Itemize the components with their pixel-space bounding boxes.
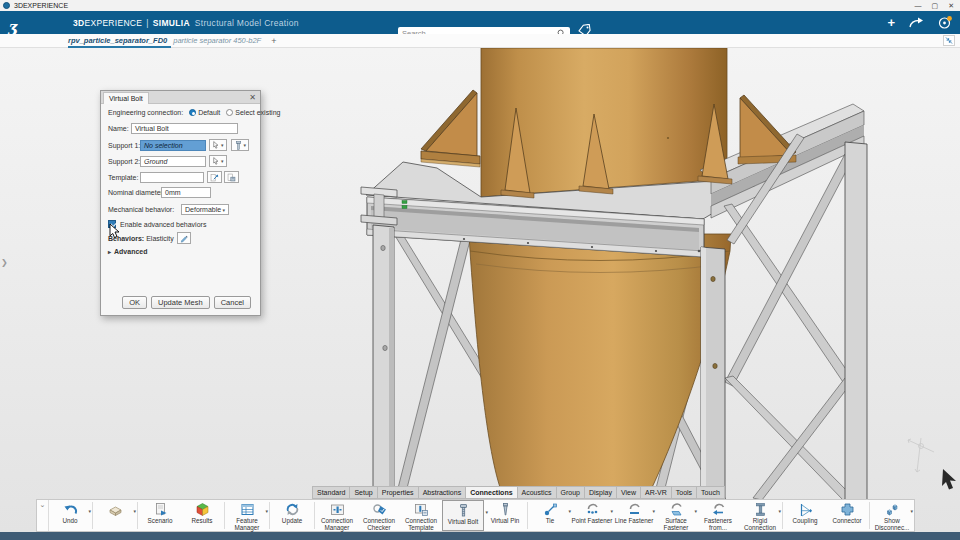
tab-standard[interactable]: Standard <box>312 486 350 499</box>
expand-panel-chevron[interactable]: ❯ <box>1 258 8 267</box>
part-icon <box>108 502 123 517</box>
tab-view[interactable]: View <box>617 486 641 499</box>
show-disconnections-button[interactable]: Show Disconnec... ▾ <box>871 500 913 531</box>
cursor-pick-icon <box>212 140 220 150</box>
line-fastener-icon <box>627 502 642 517</box>
action-bar: ⌄ Undo ▾ ▾ <box>36 499 915 532</box>
feature-manager-button[interactable]: Feature Manager ▾ <box>226 500 268 531</box>
connection-manager-button[interactable]: Connection Manager <box>316 500 358 531</box>
surface-fastener-button[interactable]: Surface Fastener ▾ <box>655 500 697 531</box>
virtual-pin-button[interactable]: Virtual Pin <box>484 500 526 531</box>
template-row: Template: <box>108 171 239 183</box>
virtual-pin-icon <box>498 502 513 517</box>
close-button[interactable]: ✕ <box>948 2 954 10</box>
ribbon-section-tabs: Standard Setup Properties Abstractions C… <box>312 486 725 499</box>
coupling-button[interactable]: Coupling <box>784 500 826 531</box>
template-open-button[interactable] <box>207 171 222 183</box>
connection-checker-icon <box>372 502 387 517</box>
ok-button[interactable]: OK <box>122 296 147 309</box>
add-app-icon[interactable]: + <box>887 15 895 30</box>
virtual-bolt-button[interactable]: Virtual Bolt ▾ <box>442 500 484 531</box>
tab-active-document[interactable]: rpv_particle_separator_FD0 <box>68 36 167 46</box>
dialog-close-icon[interactable]: ✕ <box>249 93 256 102</box>
virtual-bolt-dialog[interactable]: Virtual Bolt ✕ Engineering connection: D… <box>100 90 261 316</box>
dialog-title: Virtual Bolt <box>109 95 143 102</box>
support2-row: Support 2: Ground ▾ <box>108 155 227 167</box>
support2-pick-button[interactable]: ▾ <box>209 155 227 167</box>
separator-cone[interactable] <box>469 234 731 500</box>
fasteners-from-button[interactable]: Fasteners from... <box>697 500 739 531</box>
connection-manager-icon <box>330 502 345 517</box>
support1-field[interactable]: No selection <box>140 140 206 151</box>
tab-display[interactable]: Display <box>585 486 617 499</box>
connection-checker-button[interactable]: Connection Checker <box>358 500 400 531</box>
bottom-strip <box>0 532 960 540</box>
template-field[interactable] <box>140 172 204 183</box>
tab-ar-vr[interactable]: AR-VR <box>641 486 672 499</box>
fit-viewport-icon[interactable] <box>943 35 955 46</box>
name-field[interactable]: Virtual Bolt <box>131 123 238 134</box>
tab-setup[interactable]: Setup <box>350 486 377 499</box>
results-icon <box>195 502 210 517</box>
undo-button[interactable]: Undo ▾ <box>49 500 91 531</box>
scenario-button[interactable]: Scenario <box>139 500 181 531</box>
tab-acoustics[interactable]: Acoustics <box>518 486 557 499</box>
open-template-icon <box>210 172 219 183</box>
robot-compass-widget[interactable] <box>908 438 934 472</box>
update-mesh-button[interactable]: Update Mesh <box>151 296 210 309</box>
tab-touch[interactable]: Touch <box>697 486 725 499</box>
new-tab-button[interactable]: + <box>271 36 276 46</box>
3d-viewport[interactable]: ❯ <box>0 48 960 532</box>
advanced-expander[interactable]: ▸ Advanced <box>108 248 147 255</box>
connector-button[interactable]: Connector <box>826 500 868 531</box>
connection-marker-green <box>402 201 407 204</box>
tab-group[interactable]: Group <box>557 486 585 499</box>
tab-connections[interactable]: Connections <box>466 486 517 499</box>
cursor-pick-icon <box>212 156 220 166</box>
tab-properties[interactable]: Properties <box>378 486 419 499</box>
enable-advanced-row: Enable advanced behaviors <box>108 220 206 228</box>
template-save-button[interactable] <box>224 171 239 183</box>
scenario-icon <box>153 502 168 517</box>
point-fastener-icon <box>585 502 600 517</box>
help-compass-icon[interactable] <box>938 16 952 30</box>
name-row: Name: Virtual Bolt <box>108 123 238 134</box>
mechanical-behavior-select[interactable]: Deformable ▾ <box>181 204 229 215</box>
window-title: 3DEXPERIENCE <box>14 2 68 9</box>
app-title: 3DEXPERIENCE | SIMULIA Structural Model … <box>73 11 299 34</box>
app-header: Ʒ 3DEXPERIENCE | SIMULIA Structural Mode… <box>0 11 960 34</box>
point-fastener-button[interactable]: Point Fastener ▾ <box>571 500 613 531</box>
radio-select-existing[interactable] <box>226 109 233 116</box>
rigid-connection-button[interactable]: Rigid Connection ▾ <box>739 500 781 531</box>
pencil-icon <box>180 233 188 243</box>
support1-pick-button[interactable]: ▾ <box>209 139 227 151</box>
results-button[interactable]: Results <box>181 500 223 531</box>
support1-bolt-type-button[interactable]: ▾ <box>231 139 250 151</box>
tab-document-description[interactable]: particle separator 450-b2F <box>173 36 261 45</box>
tab-abstractions[interactable]: Abstractions <box>419 486 467 499</box>
dialog-titlebar[interactable]: Virtual Bolt ✕ <box>101 91 260 104</box>
feature-manager-icon <box>240 502 255 517</box>
tab-tools[interactable]: Tools <box>672 486 697 499</box>
nominal-diameter-row: Nominal diameter: 0mm <box>108 187 211 198</box>
edit-behaviors-button[interactable] <box>177 232 191 244</box>
update-button[interactable]: Update <box>271 500 313 531</box>
show-disconnections-icon <box>885 502 900 517</box>
tie-button[interactable]: Tie ▾ <box>529 500 571 531</box>
minimize-button[interactable]: — <box>915 2 922 9</box>
bolt-icon <box>234 140 243 151</box>
cancel-button[interactable]: Cancel <box>214 296 251 309</box>
share-icon[interactable] <box>909 17 924 28</box>
document-tabbar: rpv_particle_separator_FD0 particle sepa… <box>0 34 960 48</box>
viewport-cursor <box>942 469 956 490</box>
connection-template-button[interactable]: Connection Template <box>400 500 442 531</box>
nominal-diameter-field[interactable]: 0mm <box>161 187 211 198</box>
maximize-button[interactable]: ▢ <box>932 2 939 10</box>
surface-fastener-icon <box>669 502 684 517</box>
support2-field[interactable]: Ground <box>140 156 206 167</box>
radio-default[interactable] <box>189 109 196 116</box>
line-fastener-button[interactable]: Line Fastener ▾ <box>613 500 655 531</box>
part-tool-button[interactable]: ▾ <box>94 500 136 531</box>
actionbar-collapse-chevron[interactable]: ⌄ <box>37 500 49 531</box>
mouse-cursor <box>109 223 121 238</box>
